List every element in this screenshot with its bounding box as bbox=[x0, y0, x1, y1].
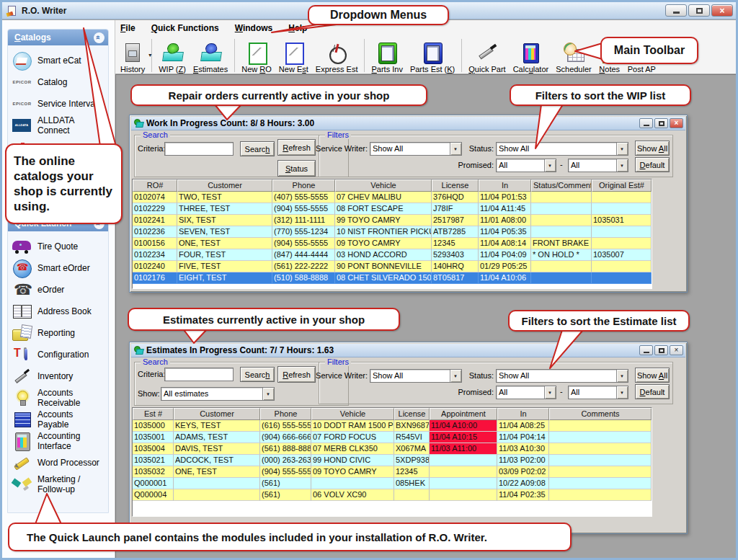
menu-help[interactable]: Help bbox=[287, 22, 308, 34]
table-cell[interactable] bbox=[592, 203, 652, 215]
table-cell[interactable]: 07 CHEV MALIBU bbox=[335, 192, 432, 203]
table-cell[interactable]: 11/04 A10:00 bbox=[430, 420, 497, 432]
table-cell[interactable] bbox=[592, 192, 652, 203]
table-cell[interactable]: J78IF bbox=[432, 203, 479, 215]
table-cell[interactable]: 11/04 P01:53 bbox=[479, 192, 531, 203]
table-cell[interactable]: 1035021 bbox=[133, 455, 174, 466]
table-cell[interactable]: ATB7285 bbox=[432, 226, 479, 238]
close-button[interactable]: × bbox=[670, 118, 683, 128]
table-cell[interactable]: X067MA bbox=[394, 443, 430, 455]
table-cell[interactable]: ADCOCK, TEST bbox=[174, 455, 260, 466]
catalogs-panel-header[interactable]: Catalogs bbox=[8, 30, 108, 45]
table-cell[interactable]: (904) 555-5555 bbox=[272, 238, 335, 249]
column-header[interactable]: Customer bbox=[177, 179, 272, 192]
chevron-up-icon[interactable] bbox=[94, 32, 105, 43]
table-cell[interactable]: 06 VOLV XC90 bbox=[311, 489, 394, 501]
table-cell[interactable]: 376HQD bbox=[432, 192, 479, 203]
maximize-button[interactable] bbox=[654, 345, 668, 355]
sidebar-item-smart-eorder[interactable]: Smart eOrder bbox=[11, 257, 107, 279]
sidebar-item-address-book[interactable]: Address Book bbox=[11, 301, 107, 322]
promised-to-select[interactable]: All bbox=[568, 159, 628, 172]
table-cell[interactable] bbox=[174, 489, 260, 501]
table-cell[interactable]: 09 TOYO CAMRY bbox=[335, 238, 432, 249]
criteria-input[interactable] bbox=[164, 142, 234, 156]
table-cell[interactable]: (407) 555-5555 bbox=[272, 192, 335, 203]
table-cell[interactable]: ONE, TEST bbox=[177, 238, 272, 249]
table-row[interactable]: 0100156ONE, TEST(904) 555-555509 TOYO CA… bbox=[133, 238, 652, 249]
table-cell[interactable]: 11/04 A08:14 bbox=[479, 238, 531, 249]
sidebar-item-accounts-payable[interactable]: Accounts Payable bbox=[11, 409, 107, 430]
table-row[interactable]: 0102240FIVE, TEST(561) 222-222290 PONT B… bbox=[133, 261, 652, 272]
table-cell[interactable]: Q000001 bbox=[133, 478, 174, 489]
table-cell[interactable]: 08 CHET SILVERADO 1500 F bbox=[335, 272, 432, 284]
table-cell[interactable]: 1035004 bbox=[133, 443, 174, 455]
table-cell[interactable]: (904) 666-6666 bbox=[260, 432, 311, 443]
table-cell[interactable]: (561) bbox=[260, 478, 311, 489]
table-cell[interactable]: 0102074 bbox=[133, 192, 177, 203]
sidebar-item-alldata-connect[interactable]: ALLDATA Connect bbox=[11, 115, 107, 136]
table-cell[interactable]: 99 HOND CIVIC bbox=[311, 455, 394, 466]
table-cell[interactable]: 11/04 P04:09 bbox=[479, 249, 531, 261]
table-row[interactable]: 1035004DAVIS, TEST(561) 888-888807 MERB … bbox=[133, 443, 652, 455]
table-cell[interactable]: 11/04 P05:35 bbox=[479, 226, 531, 238]
table-row[interactable]: 1035000KEYS, TEST(616) 555-555510 DODT R… bbox=[133, 420, 652, 432]
status-button[interactable]: Status bbox=[277, 160, 316, 177]
column-header[interactable]: Comments bbox=[549, 408, 652, 420]
table-cell[interactable]: (561) 888-8888 bbox=[260, 443, 311, 455]
table-cell[interactable]: 03 HOND ACCORD bbox=[335, 249, 432, 261]
table-cell[interactable] bbox=[430, 478, 497, 489]
table-cell[interactable]: 11/04 P02:35 bbox=[497, 489, 549, 501]
table-cell[interactable]: FIVE, TEST bbox=[177, 261, 272, 272]
wip-button[interactable]: WIP (Z) bbox=[155, 42, 190, 74]
table-cell[interactable]: 11/01 A08:00 bbox=[479, 215, 531, 226]
table-cell[interactable]: THREE, TEST bbox=[177, 203, 272, 215]
table-cell[interactable]: 99 TOYO CAMRY bbox=[335, 215, 432, 226]
table-row[interactable]: 0102176EIGHT, TEST(510) 588-888808 CHET … bbox=[133, 272, 652, 284]
table-row[interactable]: 0102229THREE, TEST(904) 555-555508 FORT … bbox=[133, 203, 652, 215]
table-cell[interactable]: 085HEK bbox=[394, 478, 430, 489]
table-cell[interactable]: 03/09 P02:02 bbox=[497, 466, 549, 478]
table-cell[interactable]: DAVIS, TEST bbox=[174, 443, 260, 455]
promised-from-select[interactable]: All bbox=[496, 386, 556, 399]
table-cell[interactable]: FOUR, TEST bbox=[177, 249, 272, 261]
table-cell[interactable]: ONE, TEST bbox=[174, 466, 260, 478]
close-button[interactable]: × bbox=[711, 4, 733, 17]
column-header[interactable]: In bbox=[479, 179, 531, 192]
table-cell[interactable]: SIX, TEST bbox=[177, 215, 272, 226]
search-button[interactable]: Search bbox=[240, 367, 275, 382]
column-header[interactable]: Vehicle bbox=[311, 408, 394, 420]
table-cell[interactable]: (904) 555-5555 bbox=[272, 203, 335, 215]
column-header[interactable]: Phone bbox=[272, 179, 335, 192]
promised-to-select[interactable]: All bbox=[568, 386, 628, 399]
table-cell[interactable]: (770) 555-1234 bbox=[272, 226, 335, 238]
table-cell[interactable]: 0102240 bbox=[133, 261, 177, 272]
estimates-button[interactable]: Estimates bbox=[190, 42, 231, 74]
table-cell[interactable] bbox=[592, 272, 652, 284]
column-header[interactable]: Appointment bbox=[430, 408, 497, 420]
table-cell[interactable]: 1035032 bbox=[133, 466, 174, 478]
menu-windows[interactable]: Windows bbox=[234, 22, 275, 34]
table-cell[interactable]: 09 TOYO CAMRY bbox=[311, 466, 394, 478]
table-cell[interactable]: 90 PONT BONNEVILLE bbox=[335, 261, 432, 272]
table-cell[interactable] bbox=[531, 203, 592, 215]
table-cell[interactable]: 10/22 A09:08 bbox=[497, 478, 549, 489]
sidebar-item-inventory[interactable]: Inventory bbox=[11, 365, 107, 387]
table-cell[interactable]: TWO, TEST bbox=[177, 192, 272, 203]
table-cell[interactable]: FRONT BRAKE PAD bbox=[531, 238, 592, 249]
table-cell[interactable]: 10 DODT RAM 1500 PICK bbox=[311, 420, 394, 432]
table-cell[interactable]: 10 NIST FRONTIER PICKUP bbox=[335, 226, 432, 238]
table-cell[interactable]: (510) 588-8888 bbox=[272, 272, 335, 284]
calculator-button[interactable]: Calculator bbox=[510, 42, 553, 74]
history-dropdown-arrow[interactable]: ▾ bbox=[148, 52, 151, 58]
default-button[interactable]: Default bbox=[635, 157, 670, 172]
maximize-button[interactable] bbox=[688, 4, 710, 17]
sidebar-item-marketing-follow-up[interactable]: Marketing / Follow-up bbox=[11, 474, 107, 495]
status-select[interactable]: Show All bbox=[496, 142, 628, 156]
sidebar-item-configuration[interactable]: Configuration bbox=[11, 344, 107, 365]
search-button[interactable]: Search bbox=[240, 141, 275, 156]
table-cell[interactable]: (616) 555-5555 bbox=[260, 420, 311, 432]
table-cell[interactable]: 0102229 bbox=[133, 203, 177, 215]
sidebar-item-catalog[interactable]: EPICOR Catalog bbox=[11, 71, 107, 93]
table-cell[interactable] bbox=[592, 226, 652, 238]
table-cell[interactable]: (561) 222-2222 bbox=[272, 261, 335, 272]
